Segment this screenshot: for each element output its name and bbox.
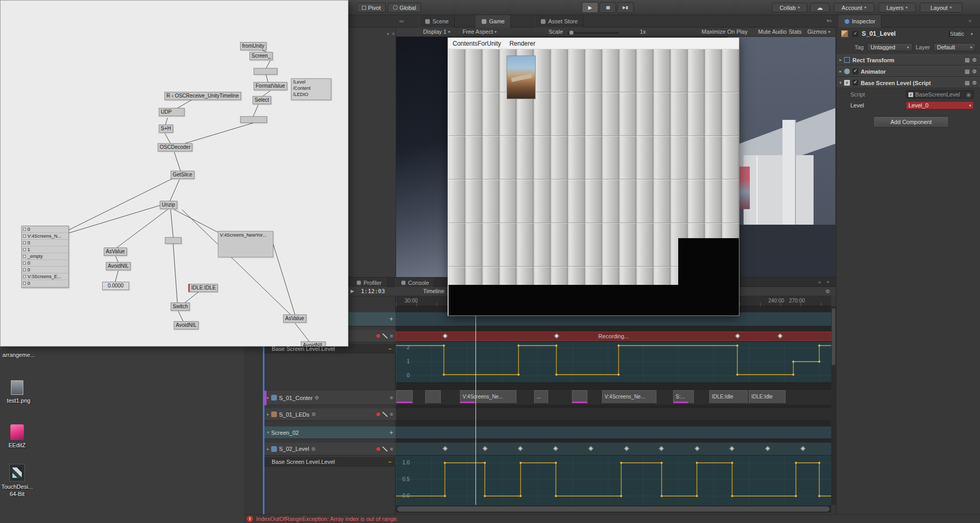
aspect-dropdown[interactable]: Free Aspect▾	[463, 29, 497, 35]
layer-dropdown[interactable]: Default▾	[933, 43, 976, 51]
td-node-asvalue-1[interactable]: AsValue	[104, 247, 127, 256]
pause-button[interactable]: ▮▮	[599, 2, 616, 13]
tab-profiler[interactable]: Profiler	[351, 278, 388, 287]
timeline-play-icon[interactable]: ▶	[351, 288, 354, 294]
component-header-animator[interactable]: ▸ Animator ▤ ⚙	[836, 66, 980, 77]
timeline-clip[interactable]: IDLE:Idle	[709, 390, 748, 404]
td-node-switch[interactable]: Switch	[171, 302, 190, 311]
dock-add-icon[interactable]: +	[827, 279, 830, 285]
scale-slider-thumb[interactable]	[569, 31, 573, 35]
td-node-getslice[interactable]: GetSlice	[171, 171, 194, 179]
desktop-icon-label[interactable]: test1.png	[0, 397, 37, 404]
status-bar[interactable]: ! IndexOutOfRangeException: Array index …	[244, 514, 980, 523]
dock-menu-icon[interactable]: ▪≡	[399, 19, 403, 24]
keyframe-diamond[interactable]	[589, 446, 594, 451]
curve-color-swatch-icon[interactable]: –	[388, 459, 391, 465]
keyframe-diamond[interactable]	[483, 446, 488, 451]
timeline-clip[interactable]: IDLE:Idle	[749, 390, 786, 404]
layout-dropdown[interactable]: Layout▾	[920, 3, 962, 12]
inspector-menu-icon[interactable]: ≡	[969, 18, 971, 23]
td-node-avoidnil-1[interactable]: AvoidNIL	[106, 262, 131, 270]
keyframe-diamond[interactable]	[624, 446, 629, 451]
global-toggle-button[interactable]: Global	[388, 3, 421, 12]
help-icon[interactable]: ▤	[965, 80, 970, 86]
expander-icon[interactable]: ▾	[267, 430, 269, 435]
curves-toggle-icon[interactable]	[382, 412, 388, 417]
track-menu-icon[interactable]: ≡	[390, 446, 393, 452]
panel-caret-icon[interactable]: ▾	[387, 32, 389, 36]
desktop-icon-touchdesigner[interactable]	[9, 464, 25, 481]
keyframe-diamond[interactable]	[801, 446, 806, 451]
tab-console[interactable]: Console	[395, 278, 435, 287]
track-menu-icon[interactable]: ≡	[390, 395, 393, 401]
td-comment-box[interactable]: /Level /Content /LEDIO	[291, 78, 331, 100]
td-node-small[interactable]	[240, 116, 267, 123]
curves-toggle-icon[interactable]	[382, 447, 388, 451]
dock-list-icon[interactable]: ≡	[818, 280, 821, 285]
pivot-toggle-button[interactable]: Pivot	[357, 3, 386, 12]
layers-dropdown[interactable]: Layers▾	[878, 3, 916, 12]
vscrollbar-thumb[interactable]	[832, 308, 835, 365]
curve-area-1[interactable]: 2 1 0	[396, 342, 831, 383]
hscrollbar-thumb[interactable]	[397, 506, 830, 512]
td-node-unzip[interactable]: Unzip	[160, 201, 177, 209]
timeline-clip[interactable]: ...	[534, 390, 548, 404]
desktop-icon-test1[interactable]	[11, 380, 23, 395]
gizmos-dropdown[interactable]: Gizmos▾	[807, 29, 830, 35]
curve-color-swatch-icon[interactable]: –	[388, 346, 391, 352]
script-enabled-checkbox[interactable]	[852, 80, 858, 86]
td-node-small[interactable]	[165, 237, 181, 244]
tab-game[interactable]: Game	[475, 15, 511, 27]
td-node-idle[interactable]: IDLE:IDLE	[188, 284, 218, 292]
track-menu-icon[interactable]: ≡	[390, 333, 393, 339]
td-node-bigbox[interactable]: V:4Screens_NewYor...	[218, 231, 273, 257]
step-button[interactable]: ▶▮	[617, 2, 634, 13]
gear-icon[interactable]: ⚙	[312, 411, 316, 417]
expander-icon[interactable]: ▾	[839, 80, 842, 85]
add-component-button[interactable]: Add Component	[873, 116, 949, 128]
menu-item[interactable]: ContentsForUnity	[453, 40, 501, 47]
td-node-sh[interactable]: S+H	[159, 125, 173, 133]
tab-options-icon[interactable]: ▾≡	[822, 15, 836, 27]
active-checkbox[interactable]	[852, 31, 858, 37]
timeline-clip[interactable]: V:4Screens_Ne...	[460, 390, 516, 404]
track-header-leds[interactable]: ▸ S_01_LEDs ⚙ ≡	[264, 408, 396, 421]
level-dropdown-recording[interactable]: Level_0 ▾	[906, 101, 974, 109]
desktop-icon-label[interactable]: TouchDesi...	[0, 484, 36, 490]
tab-inspector[interactable]: Inspector	[838, 15, 881, 27]
desktop-icon-label[interactable]: EEditZ	[0, 442, 36, 448]
timeline-hscrollbar[interactable]	[396, 505, 831, 513]
td-node-screen[interactable]: Screen_	[249, 52, 273, 60]
panel-menu-icon[interactable]: ≡	[392, 31, 395, 36]
track-header-contents[interactable]: ▸ S_01_Conter ⚙ ≡	[264, 391, 396, 405]
tab-asset-store[interactable]: Asset Store	[535, 15, 584, 27]
component-header-rect-transform[interactable]: ▸ Rect Transform ▤ ⚙	[836, 54, 980, 65]
gear-icon[interactable]: ⚙	[311, 446, 316, 452]
timeline-clip[interactable]: V:4Screens_Ne...	[602, 390, 656, 404]
desktop-icon-label[interactable]: arrangeme...	[0, 352, 37, 358]
td-node-fromunity[interactable]: fromUnity	[240, 42, 267, 50]
object-picker-icon[interactable]: ◉	[966, 91, 971, 98]
td-node-avoidnil-3[interactable]: AvoidNIL	[301, 341, 326, 347]
component-gear-icon[interactable]: ⚙	[972, 68, 977, 74]
tag-dropdown[interactable]: Untagged▾	[867, 43, 913, 51]
expander-icon[interactable]: ▸	[267, 447, 269, 451]
track-header-s02-level[interactable]: ▸ S_02_Level ⚙ ≡	[264, 443, 396, 456]
td-value-display[interactable]: 0.0000	[102, 282, 129, 290]
keyframe-diamond[interactable]	[443, 446, 448, 451]
display-dropdown[interactable]: Display 1▾	[423, 29, 450, 35]
record-toggle-icon[interactable]	[376, 334, 380, 338]
timeline-vscrollbar[interactable]	[831, 306, 836, 505]
record-toggle-icon[interactable]	[376, 447, 380, 451]
collab-dropdown[interactable]: Collab▾	[772, 3, 807, 12]
help-icon[interactable]: ▤	[965, 68, 970, 74]
td-node-formatvalue[interactable]: FormatValue	[254, 82, 287, 90]
desktop-icon-label[interactable]: 64-Bit	[0, 491, 36, 497]
mute-audio-toggle[interactable]: Mute Audio	[758, 29, 787, 35]
timeline-clip[interactable]	[425, 390, 441, 404]
curve-area-2[interactable]: 1.0 0.5 0.0	[396, 456, 831, 505]
static-caret-icon[interactable]: ▾	[971, 32, 973, 36]
desktop-icon-eeditz[interactable]	[10, 424, 24, 440]
td-node-asvalue-2[interactable]: AsValue	[283, 314, 306, 323]
td-node-small[interactable]	[254, 68, 277, 75]
